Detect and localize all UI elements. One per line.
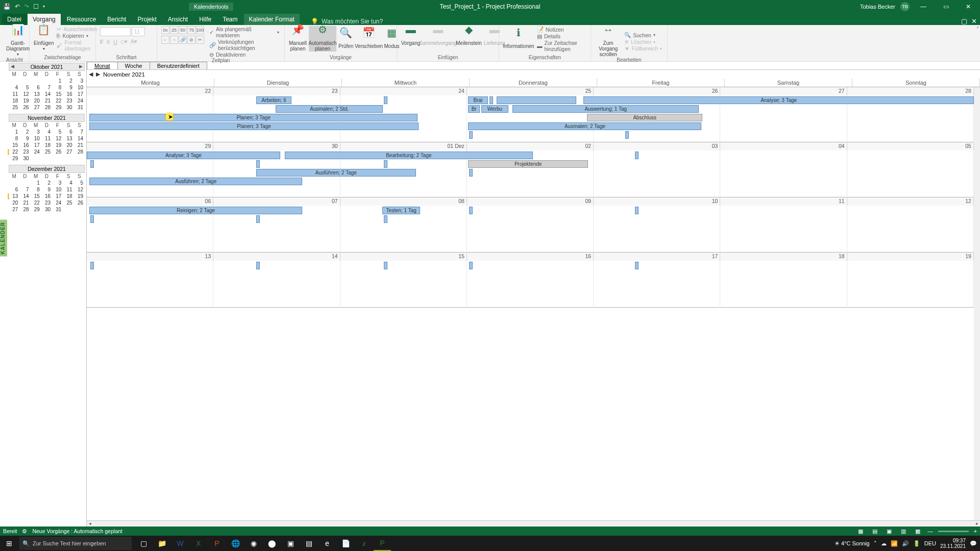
view-resource-icon[interactable]: ▩ — [913, 528, 922, 535]
minical-day[interactable]: 4 — [41, 129, 52, 135]
minical-day[interactable] — [52, 155, 63, 162]
minical-day[interactable]: 17 — [31, 142, 41, 148]
task-bar[interactable]: Arbeiten; 6 — [256, 96, 292, 104]
minical-day[interactable]: 2 — [41, 180, 52, 186]
minical-day[interactable]: 25 — [63, 199, 74, 206]
minical-day[interactable]: 15 — [31, 193, 41, 199]
minical-day[interactable] — [41, 155, 52, 162]
task-bar[interactable]: Testen; 1 Tag — [382, 207, 421, 214]
minical-day[interactable]: 29 — [31, 206, 41, 213]
view-week-button[interactable]: Woche — [117, 62, 150, 69]
task-bar[interactable]: Ausmalen; 2 Std. — [276, 105, 383, 113]
close-window-icon[interactable]: ✕ — [971, 17, 977, 25]
tab-ansicht[interactable]: Ansicht — [163, 14, 193, 25]
minical-day[interactable] — [9, 180, 19, 186]
ribbon-options-icon[interactable]: ▢ — [961, 17, 967, 25]
minical-day[interactable]: 31 — [74, 104, 85, 111]
task-button[interactable]: ▬Vorgang — [401, 26, 420, 46]
minical-day[interactable] — [41, 78, 52, 84]
minical-day[interactable]: 14 — [74, 135, 85, 142]
minical-day[interactable]: 29 — [9, 155, 19, 162]
task-bar[interactable]: Auswertung; 1 Tag — [512, 105, 699, 113]
task-bar[interactable]: Ausmalen; 2 Tage — [468, 122, 701, 130]
mini-calendar[interactable]: November 2021MDMDFSS12345678910111213141… — [9, 114, 85, 162]
minical-day[interactable]: 5 — [52, 129, 63, 135]
date-cell[interactable]: 15 — [340, 253, 467, 261]
date-cell[interactable]: 29 — [87, 142, 213, 151]
date-cell[interactable]: 16 — [467, 253, 594, 261]
task-bar[interactable] — [384, 215, 387, 223]
minical-day[interactable]: 29 — [52, 104, 63, 111]
find-button[interactable]: 🔍Suchen▾ — [623, 32, 663, 38]
milestone-button[interactable]: ◆Meilenstein — [456, 26, 482, 46]
minical-day[interactable]: 14 — [19, 193, 30, 199]
task-bar[interactable]: Ausführen; 2 Tage — [256, 169, 416, 177]
minical-day[interactable]: 22 — [9, 148, 19, 155]
minical-day[interactable]: 21 — [74, 142, 85, 148]
minical-day[interactable] — [74, 206, 85, 213]
tray-language[interactable]: DEU — [924, 540, 936, 546]
minical-day[interactable]: 12 — [74, 186, 85, 193]
date-cell[interactable]: 18 — [720, 253, 847, 261]
zoom-out-button[interactable]: — — [927, 528, 933, 534]
task-bar[interactable]: Planen; 3 Tage — [89, 122, 419, 130]
minical-day[interactable]: 7 — [74, 129, 85, 135]
task-bar[interactable] — [635, 207, 639, 214]
minical-day[interactable]: 16 — [41, 193, 52, 199]
cut-button[interactable]: ✂Ausschneiden — [56, 26, 98, 32]
excel-icon[interactable]: X — [190, 536, 207, 551]
underline-button[interactable]: U — [113, 39, 117, 45]
date-cell[interactable]: 10 — [594, 197, 720, 206]
minical-day[interactable]: 18 — [41, 142, 52, 148]
date-cell[interactable]: 09 — [467, 197, 594, 206]
task-bar[interactable]: Projektende — [468, 160, 588, 168]
minical-day[interactable]: 3 — [74, 78, 85, 84]
minical-day[interactable]: 3 — [31, 129, 41, 135]
task-bar[interactable] — [256, 262, 260, 269]
unlink-button[interactable]: ⊘ — [187, 36, 195, 44]
tray-chevron-icon[interactable]: ˄ — [874, 540, 877, 547]
pct-0-button[interactable]: 0x — [161, 26, 169, 34]
save-icon[interactable]: 💾 — [3, 3, 11, 10]
minical-day[interactable]: 1 — [52, 78, 63, 84]
minical-day[interactable]: 25 — [9, 104, 19, 111]
manual-schedule-button[interactable]: 📌Manuell planen — [289, 26, 307, 52]
minical-day[interactable]: 30 — [63, 104, 74, 111]
spotify-icon[interactable]: ♪ — [355, 536, 373, 551]
task-bar[interactable] — [90, 160, 94, 168]
minical-day[interactable]: 23 — [63, 97, 74, 104]
date-cell[interactable]: 11 — [720, 197, 847, 206]
tab-projekt[interactable]: Projekt — [132, 14, 161, 25]
minical-day[interactable]: 19 — [19, 97, 30, 104]
date-cell[interactable]: 12 — [847, 197, 974, 206]
minical-day[interactable]: 21 — [41, 97, 52, 104]
date-cell[interactable]: 07 — [213, 197, 340, 206]
task-bar[interactable]: Abschluss — [587, 114, 702, 121]
horizontal-scrollbar[interactable]: ◂ ▸ — [87, 520, 980, 527]
add-to-timeline-button[interactable]: ▬Zur Zeitachse hinzufügen — [536, 40, 586, 52]
minical-day[interactable]: 12 — [19, 91, 30, 97]
date-cell[interactable]: 05 — [847, 142, 974, 151]
minical-day[interactable]: 4 — [63, 180, 74, 186]
minical-day[interactable]: 20 — [31, 97, 41, 104]
minical-day[interactable]: 8 — [9, 135, 19, 142]
tab-vorgang[interactable]: Vorgang — [28, 14, 61, 25]
minical-next[interactable]: ▶ — [79, 64, 83, 69]
minical-day[interactable]: 6 — [9, 186, 19, 193]
date-cell[interactable]: 27 — [720, 87, 847, 95]
view-month-button[interactable]: Monat — [87, 62, 118, 69]
mini-calendar[interactable]: Dezember 2021MDMDFSS12345678910111213141… — [9, 165, 85, 213]
minimize-button[interactable]: — — [915, 3, 932, 10]
minical-day[interactable]: 26 — [19, 104, 30, 111]
font-size-combo[interactable]: 11 — [132, 27, 145, 36]
inspect-button[interactable]: 🔍Prüfen — [338, 29, 353, 49]
paste-button[interactable]: 📋Einfügen▾ — [34, 26, 54, 52]
copy-button[interactable]: ⎘Kopieren▾ — [56, 33, 98, 39]
task-bar[interactable] — [256, 160, 260, 168]
clear-button[interactable]: ✕Löschen▾ — [623, 39, 663, 45]
pct-50-button[interactable]: 50 — [179, 26, 187, 34]
notepad-icon[interactable]: 📄 — [337, 536, 354, 551]
minical-day[interactable] — [9, 78, 19, 84]
tab-team[interactable]: Team — [217, 14, 242, 25]
respect-links-button[interactable]: 🔗Verknüpfungen berücksichtigen — [208, 39, 280, 51]
